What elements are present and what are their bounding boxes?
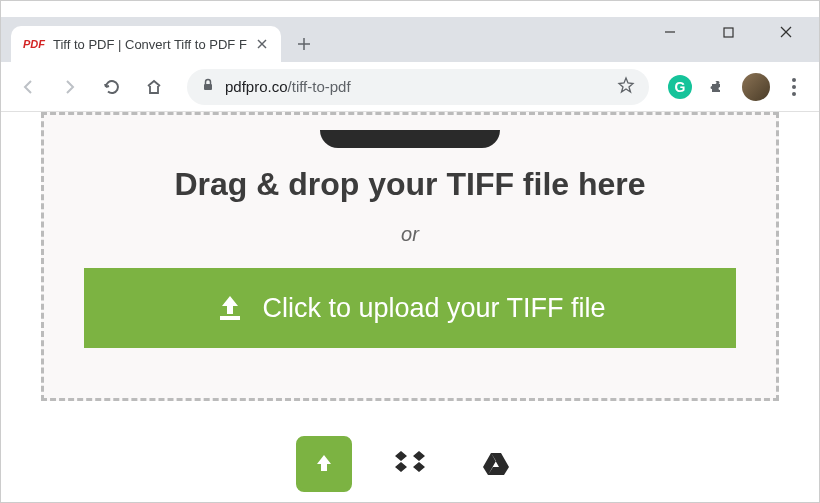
window-minimize-button[interactable] <box>655 17 685 47</box>
page-content[interactable]: Drag & drop your TIFF file here or Click… <box>1 112 819 503</box>
file-dropzone[interactable]: Drag & drop your TIFF file here or Click… <box>41 112 779 401</box>
extensions-button[interactable] <box>703 72 733 102</box>
svg-rect-9 <box>220 316 240 320</box>
svg-rect-8 <box>204 84 212 90</box>
address-bar[interactable]: pdfpro.co/tiff-to-pdf <box>187 69 649 105</box>
svg-rect-1 <box>724 28 733 37</box>
drive-option[interactable] <box>468 436 524 492</box>
dropzone-top-decoration <box>320 130 500 148</box>
dropzone-heading: Drag & drop your TIFF file here <box>84 166 736 203</box>
upload-button[interactable]: Click to upload your TIFF file <box>84 268 736 348</box>
storage-options-row <box>41 436 779 492</box>
reload-button[interactable] <box>95 70 129 104</box>
upload-button-label: Click to upload your TIFF file <box>262 293 605 324</box>
browser-tab[interactable]: PDF Tiff to PDF | Convert Tiff to PDF F <box>11 26 281 62</box>
tab-close-button[interactable] <box>255 34 269 54</box>
dropzone-or-text: or <box>84 223 736 246</box>
lock-icon <box>201 78 215 96</box>
forward-button[interactable] <box>53 70 87 104</box>
back-button[interactable] <box>11 70 45 104</box>
new-tab-button[interactable] <box>289 29 319 59</box>
browser-toolbar: pdfpro.co/tiff-to-pdf G <box>1 62 819 112</box>
browser-menu-button[interactable] <box>779 72 809 102</box>
home-button[interactable] <box>137 70 171 104</box>
profile-avatar[interactable] <box>741 72 771 102</box>
url-text: pdfpro.co/tiff-to-pdf <box>225 78 607 95</box>
tab-title: Tiff to PDF | Convert Tiff to PDF F <box>53 37 247 52</box>
tab-favicon: PDF <box>23 38 45 50</box>
local-upload-option[interactable] <box>296 436 352 492</box>
dropbox-option[interactable] <box>382 436 438 492</box>
window-close-button[interactable] <box>771 17 801 47</box>
grammarly-extension-icon[interactable]: G <box>665 72 695 102</box>
window-maximize-button[interactable] <box>713 17 743 47</box>
bookmark-star-icon[interactable] <box>617 76 635 98</box>
upload-icon <box>214 292 246 324</box>
